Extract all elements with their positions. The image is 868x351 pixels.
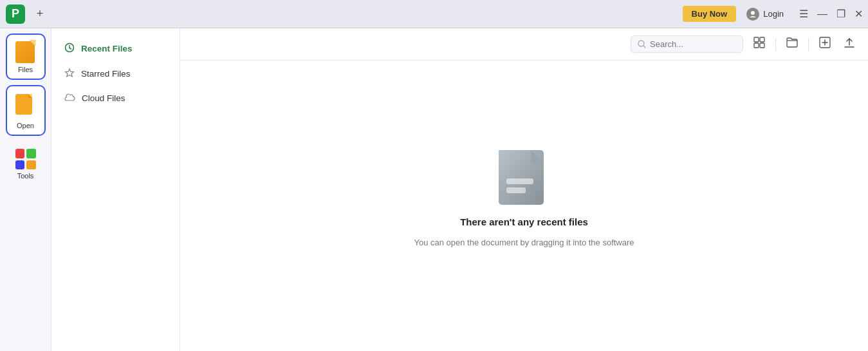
grid-view-button[interactable] [751,34,768,54]
search-input[interactable] [650,39,734,49]
cloud-files-label: Cloud Files [82,93,125,103]
toolbar-separator-1 [775,38,776,51]
maximize-icon[interactable]: ❐ [836,8,845,20]
tools-icon [15,149,36,169]
files-icon-body [15,41,35,63]
empty-state-title: There aren't any recent files [460,216,588,227]
svg-rect-9 [760,37,764,42]
tools-q4 [26,160,36,170]
toolbar-separator-2 [808,38,809,51]
files-icon [15,40,36,63]
sidebar-item-starred-files[interactable]: Starred Files [51,61,180,86]
app-logo: P [5,4,26,24]
window-controls: ☰ — ❐ ✕ [799,8,863,20]
tools-q1 [15,149,25,158]
empty-state-subtitle: You can open the document by dragging it… [414,238,634,247]
files-nav-label: Files [18,66,33,73]
search-box[interactable] [631,35,743,53]
left-nav: Files Open Tools [0,28,51,351]
new-tab-button[interactable]: + [31,5,49,23]
upload-button[interactable] [841,34,858,54]
content-area: There aren't any recent files You can op… [180,28,868,351]
logo-icon: P [6,5,25,24]
star-icon [64,68,75,80]
minimize-icon[interactable]: — [817,8,827,20]
svg-rect-22 [506,187,526,193]
svg-rect-8 [754,37,759,42]
svg-point-0 [751,11,755,15]
svg-line-7 [643,46,645,48]
content-toolbar [180,28,868,61]
starred-files-label: Starred Files [81,69,131,79]
sidebar-item-cloud-files[interactable]: Cloud Files [51,86,180,110]
login-label: Login [763,9,784,19]
local-folder-button[interactable] [784,35,800,53]
sidebar-item-open[interactable]: Open [6,85,46,136]
tools-q3 [15,160,25,170]
svg-rect-11 [760,43,764,48]
svg-rect-21 [506,178,533,184]
add-button[interactable] [817,34,833,54]
open-icon [15,91,36,119]
close-icon[interactable]: ✕ [854,8,863,20]
recent-icon [64,43,75,55]
menu-icon[interactable]: ☰ [799,8,808,20]
file-sidebar: Recent Files Starred Files Cloud Files [51,28,180,351]
recent-files-label: Recent Files [81,44,133,53]
cloud-icon [64,93,75,104]
open-nav-label: Open [17,122,34,129]
svg-rect-10 [754,43,759,48]
title-bar: P + Buy Now Login ☰ — ❐ ✕ [0,0,868,28]
search-icon [638,40,646,48]
buy-now-button[interactable]: Buy Now [683,6,737,22]
tools-nav-label: Tools [17,172,34,180]
main-layout: Files Open Tools [0,28,868,351]
empty-state-illustration [495,138,553,206]
sidebar-item-tools[interactable]: Tools [6,144,46,185]
user-avatar-icon [746,8,759,21]
sidebar-item-recent-files[interactable]: Recent Files [51,36,180,61]
login-button[interactable]: Login [741,5,789,23]
file-illustration-icon [495,138,557,209]
svg-marker-5 [66,69,74,77]
sidebar-item-files[interactable]: Files [6,33,46,80]
tools-q2 [26,149,36,158]
empty-state: There aren't any recent files You can op… [180,61,868,351]
